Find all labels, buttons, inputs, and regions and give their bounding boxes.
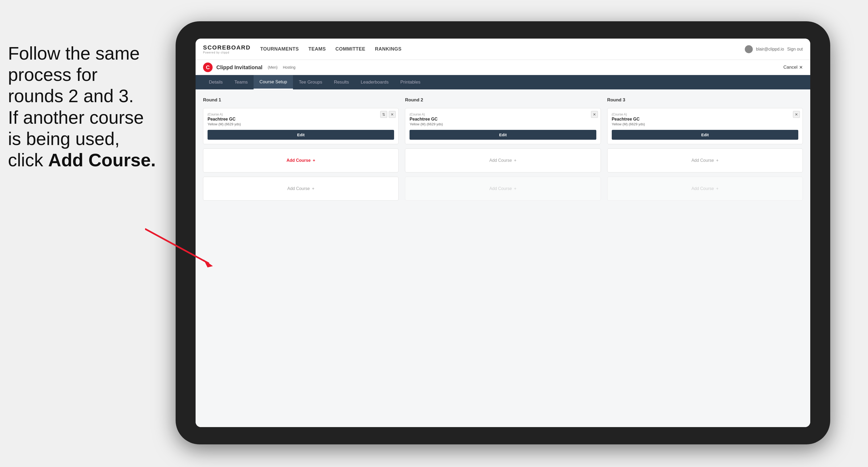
main-content: Round 1 ⇅ ✕ (Course A) Peachtree GC Yell…: [195, 89, 810, 427]
round-3-label: Round 3: [607, 97, 803, 103]
logo-text: SCOREBOARD: [203, 44, 251, 51]
round-1-expand-btn[interactable]: ⇅: [380, 111, 387, 118]
round-2-add-course-text-1: Add Course +: [489, 158, 517, 163]
tab-details[interactable]: Details: [203, 75, 228, 89]
round-1-add-course-2[interactable]: Add Course +: [203, 177, 399, 200]
instruction-text: Follow the same process for rounds 2 and…: [0, 42, 165, 170]
round-2-delete-btn[interactable]: ✕: [591, 111, 598, 118]
round-3-column: Round 3 ✕ (Course A) Peachtree GC Yellow…: [607, 97, 803, 200]
round-2-course-card: ✕ (Course A) Peachtree GC Yellow (M) (66…: [405, 108, 600, 144]
round-3-add-course-text-1: Add Course +: [691, 158, 718, 163]
round-3-card-actions: ✕: [793, 111, 800, 118]
round-1-add-icon-2: +: [312, 186, 314, 191]
round-2-add-icon-1: +: [514, 158, 517, 163]
logo-area: SCOREBOARD Powered by clippd: [203, 44, 251, 54]
round-3-course-name: Peachtree GC: [612, 117, 798, 122]
round-2-column: Round 2 ✕ (Course A) Peachtree GC Yellow…: [405, 97, 600, 200]
sub-header-left: C Clippd Invitational (Men) Hosting: [203, 63, 296, 72]
round-2-edit-button[interactable]: Edit: [409, 130, 596, 140]
tab-tee-groups[interactable]: Tee Groups: [293, 75, 328, 89]
round-1-add-course-text-2: Add Course +: [287, 186, 314, 191]
top-nav-right: blair@clippd.io Sign out: [745, 45, 803, 53]
round-3-add-icon-1: +: [716, 158, 718, 163]
tournament-title: Clippd Invitational: [216, 64, 262, 70]
round-1-course-label: (Course A): [208, 113, 394, 116]
user-avatar: [745, 45, 753, 53]
tab-leaderboards[interactable]: Leaderboards: [355, 75, 395, 89]
round-2-course-details: Yellow (M) (6629 yds): [409, 122, 596, 126]
round-1-add-course-1[interactable]: Add Course +: [203, 149, 399, 173]
sub-header: C Clippd Invitational (Men) Hosting Canc…: [195, 60, 810, 75]
nav-committee[interactable]: COMMITTEE: [336, 46, 366, 52]
round-1-delete-btn[interactable]: ✕: [389, 111, 396, 118]
round-1-course-card: ⇅ ✕ (Course A) Peachtree GC Yellow (M) (…: [203, 108, 399, 144]
round-2-course-name: Peachtree GC: [409, 117, 596, 122]
round-3-add-course-2[interactable]: Add Course +: [607, 177, 803, 200]
round-3-add-icon-2: +: [716, 186, 718, 191]
round-3-add-course-text-2: Add Course +: [691, 186, 718, 191]
rounds-grid: Round 1 ⇅ ✕ (Course A) Peachtree GC Yell…: [203, 97, 803, 200]
round-2-card-actions: ✕: [591, 111, 598, 118]
logo-sub: Powered by clippd: [203, 51, 251, 54]
tab-results[interactable]: Results: [328, 75, 355, 89]
round-3-course-card: ✕ (Course A) Peachtree GC Yellow (M) (66…: [607, 108, 803, 144]
round-2-add-course-text-2: Add Course +: [489, 186, 517, 191]
round-3-course-label: (Course A): [612, 113, 798, 116]
cancel-button[interactable]: Cancel ✕: [783, 65, 803, 70]
nav-teams[interactable]: TEAMS: [308, 46, 326, 52]
round-2-add-course-2[interactable]: Add Course +: [405, 177, 600, 200]
round-1-column: Round 1 ⇅ ✕ (Course A) Peachtree GC Yell…: [203, 97, 399, 200]
round-2-add-course-1[interactable]: Add Course +: [405, 149, 600, 173]
tab-teams[interactable]: Teams: [228, 75, 254, 89]
round-1-card-actions: ⇅ ✕: [380, 111, 396, 118]
tab-printables[interactable]: Printables: [395, 75, 427, 89]
top-nav: SCOREBOARD Powered by clippd TOURNAMENTS…: [195, 39, 810, 60]
round-3-add-course-1[interactable]: Add Course +: [607, 149, 803, 173]
round-1-label: Round 1: [203, 97, 399, 103]
round-3-edit-button[interactable]: Edit: [612, 130, 798, 140]
tab-bar: Details Teams Course Setup Tee Groups Re…: [195, 75, 810, 89]
tab-course-setup[interactable]: Course Setup: [254, 75, 293, 89]
round-3-delete-btn[interactable]: ✕: [793, 111, 800, 118]
brand-icon: C: [203, 63, 213, 72]
round-2-course-label: (Course A): [409, 113, 596, 116]
round-1-edit-button[interactable]: Edit: [208, 130, 394, 140]
tablet-frame: SCOREBOARD Powered by clippd TOURNAMENTS…: [176, 21, 830, 444]
user-email: blair@clippd.io: [756, 47, 784, 52]
round-1-add-course-text-1: Add Course +: [287, 158, 315, 163]
nav-links: TOURNAMENTS TEAMS COMMITTEE RANKINGS: [260, 46, 745, 52]
nav-tournaments[interactable]: TOURNAMENTS: [260, 46, 299, 52]
sign-out-link[interactable]: Sign out: [787, 47, 803, 52]
nav-rankings[interactable]: RANKINGS: [375, 46, 402, 52]
tournament-mode: (Men): [268, 65, 278, 69]
round-1-course-name: Peachtree GC: [208, 117, 394, 122]
tablet-screen: SCOREBOARD Powered by clippd TOURNAMENTS…: [195, 39, 810, 427]
hosting-status: Hosting: [283, 65, 296, 69]
round-1-add-icon-1: +: [313, 158, 315, 163]
round-3-course-details: Yellow (M) (6629 yds): [612, 122, 798, 126]
round-1-course-details: Yellow (M) (6629 yds): [208, 122, 394, 126]
cancel-icon: ✕: [799, 65, 803, 70]
round-2-label: Round 2: [405, 97, 600, 103]
round-2-add-icon-2: +: [514, 186, 517, 191]
